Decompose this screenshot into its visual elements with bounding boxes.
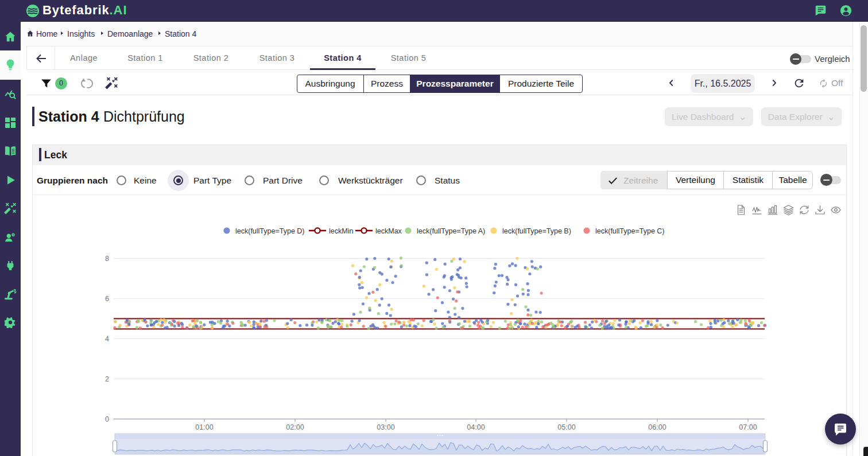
- svg-text:02:00: 02:00: [286, 423, 304, 431]
- svg-text:04:00: 04:00: [467, 423, 485, 431]
- svg-text:leckMin: leckMin: [329, 227, 353, 235]
- svg-text:4: 4: [105, 335, 109, 343]
- svg-text:leck(fullType=Type C): leck(fullType=Type C): [595, 227, 665, 235]
- svg-text:leck(fullType=Type D): leck(fullType=Type D): [235, 227, 305, 235]
- svg-text:05:00: 05:00: [557, 423, 575, 431]
- svg-text:leckMax: leckMax: [375, 227, 402, 235]
- svg-text:03:00: 03:00: [377, 423, 394, 431]
- svg-text:07:00: 07:00: [739, 423, 757, 431]
- svg-text:8: 8: [105, 255, 109, 263]
- svg-text:0: 0: [105, 415, 109, 423]
- svg-text:06:00: 06:00: [648, 423, 666, 431]
- svg-text:01:00: 01:00: [195, 423, 213, 431]
- svg-text:leck(fullType=Type A): leck(fullType=Type A): [417, 227, 485, 235]
- svg-text:2: 2: [105, 375, 109, 383]
- svg-text:leck(fullType=Type B): leck(fullType=Type B): [502, 227, 571, 235]
- svg-text:6: 6: [105, 295, 109, 303]
